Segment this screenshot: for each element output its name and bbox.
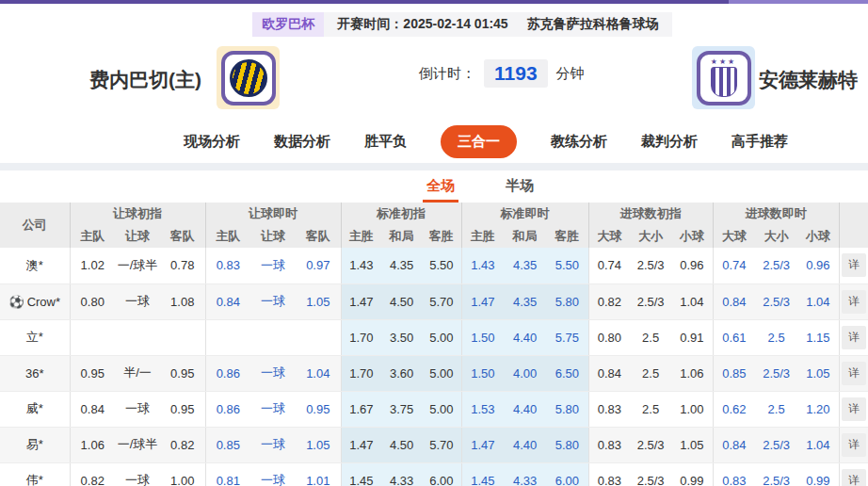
odds-cell: 0.95 [70,355,115,391]
odds-cell [160,319,205,355]
odds-cell: 5.80 [546,427,588,462]
odds-cell: 一球 [250,391,296,427]
odds-cell: 2.5/3 [630,427,671,462]
odds-cell: 0.96 [797,248,839,284]
odds-cell: 0.84 [713,284,755,319]
odds-cell: 0.96 [671,248,713,284]
odds-cell: 0.86 [205,355,250,391]
odds-cell: 1.50 [461,355,504,391]
odds-cell: 1.43 [341,248,381,284]
odds-cell: 0.91 [671,319,713,355]
sub-header: 和局 [381,225,422,248]
odds-cell: 半/一 [115,355,160,391]
odds-cell: 4.35 [381,248,422,284]
odds-cell: 0.95 [160,391,205,427]
detail-button[interactable]: 详 [842,397,866,421]
detail-button[interactable]: 详 [842,253,866,277]
odds-cell: 1.67 [341,391,381,427]
detail-cell: 详 [839,462,868,486]
odds-cell: 0.83 [713,462,755,486]
odds-cell: 1.15 [797,319,839,355]
odds-cell: 5.00 [422,355,461,391]
odds-cell [70,319,115,355]
subtab-0[interactable]: 全场 [423,171,458,202]
kickoff-info: 开赛时间：2025-02-14 01:45 苏克鲁萨拉科格鲁球场 [324,12,671,37]
odds-cell [296,319,341,355]
nav-tab-5[interactable]: 裁判分析 [641,133,698,151]
odds-cell: 4.50 [381,284,422,319]
odds-cell: 1.06 [671,355,713,391]
sub-header: 主队 [205,225,250,248]
odds-cell: 1.43 [461,248,504,284]
nav-tab-0[interactable]: 现场分析 [184,133,240,151]
odds-cell: 0.61 [713,319,755,355]
odds-cell: 1.02 [70,248,115,284]
detail-button[interactable]: 详 [842,433,866,457]
odds-cell: 0.99 [671,462,713,486]
odds-cell: 1.47 [341,284,381,319]
away-logo-frame: ★★★ [697,51,751,105]
company-cell: ⚽Crow* [0,284,70,319]
odds-row: 威*0.84一球0.950.86一球0.951.673.755.001.534.… [0,391,868,427]
nav-tab-1[interactable]: 数据分析 [274,133,330,151]
sub-header: 大小 [630,225,671,248]
countdown-label: 倒计时： [419,65,475,83]
odds-cell: 1.04 [671,284,713,319]
odds-row: 36*0.95半/一0.950.86一球1.041.703.605.001.50… [0,355,868,391]
odds-cell: 2.5 [630,319,671,355]
kickoff-time: 开赛时间：2025-02-14 01:45 [337,16,507,33]
company-cell: 立* [0,319,70,355]
odds-row: ⚽Crow*0.80一球1.080.84一球1.051.474.505.701.… [0,284,868,319]
sub-header: 小球 [671,225,713,248]
odds-cell: 4.40 [504,391,546,427]
sub-header: 客队 [160,225,205,248]
group-header: 进球数即时 [713,202,839,225]
odds-cell: 5.00 [422,391,461,427]
odds-cell: 4.00 [504,355,546,391]
odds-cell: 1.00 [671,391,713,427]
venue: 苏克鲁萨拉科格鲁球场 [527,16,659,33]
sub-header: 客胜 [546,225,588,248]
sub-header: 客队 [296,225,341,248]
detail-button[interactable]: 详 [842,290,866,314]
odds-cell: 0.83 [588,427,630,462]
odds-row: 伟*0.82一球1.000.81一球1.011.454.336.001.454.… [0,462,868,486]
company-cell: 威* [0,391,70,427]
odds-cell: 0.80 [588,319,630,355]
detail-button[interactable]: 详 [842,326,866,349]
odds-cell [115,319,160,355]
odds-table: 公司让球初指让球即时标准初指标准即时进球数初指进球数即时主队让球客队主队让球客队… [0,202,868,486]
odds-cell: 3.50 [381,319,422,355]
detail-button[interactable]: 详 [842,362,866,385]
odds-cell: 0.82 [160,427,205,462]
odds-cell: 一球 [250,248,296,284]
odds-cell: 1.47 [461,284,504,319]
league-badge: 欧罗巴杯 [252,12,324,37]
odds-cell: 6.00 [422,462,461,486]
odds-cell: 5.80 [546,284,588,319]
odds-cell: 1.04 [296,355,341,391]
group-header: 标准即时 [461,202,588,225]
odds-cell: 5.70 [422,427,461,462]
nav-tab-3[interactable]: 三合一 [441,125,517,158]
odds-row: 立*1.703.505.001.504.405.750.802.50.910.6… [0,319,868,355]
odds-cell: 一/球半 [115,427,160,462]
nav-tab-6[interactable]: 高手推荐 [731,133,788,151]
home-logo-frame [221,51,276,105]
subtab-1[interactable]: 半场 [502,171,538,202]
odds-cell: 0.74 [713,248,755,284]
odds-cell: 0.83 [205,248,250,284]
odds-cell: 一/球半 [115,248,160,284]
odds-cell: 5.00 [422,319,461,355]
odds-cell: 1.06 [70,427,115,462]
sub-header: 大球 [713,225,755,248]
odds-cell: 4.40 [504,319,546,355]
detail-button[interactable]: 详 [842,469,866,486]
odds-cell: 4.33 [504,462,546,486]
analysis-nav: 现场分析数据分析胜平负三合一教练分析裁判分析高手推荐 [52,120,868,163]
nav-tab-4[interactable]: 教练分析 [551,133,607,151]
odds-cell: 1.70 [341,355,381,391]
odds-cell: 2.5/3 [755,248,797,284]
nav-tab-2[interactable]: 胜平负 [364,133,407,151]
odds-cell: 1.53 [461,391,504,427]
